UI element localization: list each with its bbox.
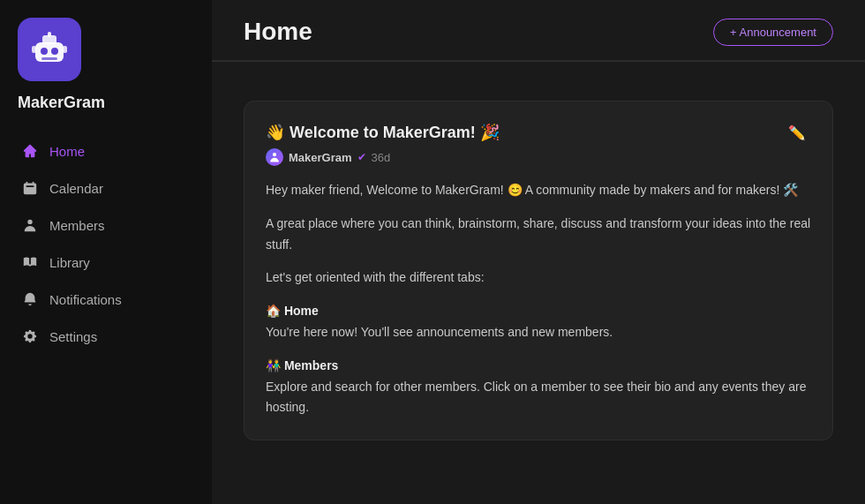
post-paragraph-2: A great place where you can think, brain… (266, 214, 811, 256)
header-divider (212, 61, 865, 62)
announcement-button[interactable]: + Announcement (713, 19, 833, 46)
post-meta: MakerGram ✔ 36d (266, 148, 811, 166)
post-time: 36d (372, 151, 391, 164)
members-section-heading: Members (284, 358, 338, 372)
sidebar-item-notifications[interactable]: Notifications (9, 282, 203, 317)
post-title: 👋 Welcome to MakerGram! 🎉 (266, 123, 500, 142)
library-icon (21, 253, 39, 271)
verified-badge: ✔ (357, 151, 366, 163)
welcome-post-card: 👋 Welcome to MakerGram! 🎉 ✏️ MakerGram ✔… (244, 101, 833, 440)
svg-rect-6 (32, 46, 36, 53)
home-section-heading: Home (284, 304, 319, 318)
main-scroll-area: 👋 Welcome to MakerGram! 🎉 ✏️ MakerGram ✔… (212, 79, 865, 504)
edit-icon[interactable]: ✏️ (783, 123, 811, 143)
sidebar-item-notifications-label: Notifications (49, 292, 122, 307)
members-section-text: Explore and search for other members. Cl… (266, 380, 806, 415)
brand-name: MakerGram (18, 94, 105, 112)
sidebar-item-library[interactable]: Library (9, 244, 203, 280)
sidebar-item-calendar-label: Calendar (49, 181, 103, 196)
app-logo (18, 18, 81, 81)
sidebar-logo-area: MakerGram (0, 18, 212, 133)
members-section-icon: 👫 (266, 358, 281, 372)
home-section-icon: 🏠 (266, 304, 281, 318)
notifications-icon (21, 290, 39, 308)
sidebar-item-settings-label: Settings (49, 329, 97, 344)
members-icon (21, 216, 39, 234)
sidebar-item-calendar[interactable]: Calendar (9, 170, 203, 206)
sidebar-item-home[interactable]: Home (9, 133, 203, 169)
post-author: MakerGram (289, 151, 352, 164)
calendar-icon (21, 179, 39, 197)
svg-rect-4 (41, 57, 57, 60)
post-header: 👋 Welcome to MakerGram! 🎉 ✏️ (266, 123, 811, 143)
home-icon (21, 142, 39, 160)
author-avatar (266, 148, 283, 166)
svg-point-2 (41, 48, 48, 55)
svg-rect-7 (63, 46, 67, 53)
sidebar-item-settings[interactable]: Settings (9, 319, 203, 354)
sidebar-item-library-label: Library (49, 255, 90, 270)
home-section-text: You're here now! You'll see announcement… (266, 325, 613, 339)
post-section-members: 👫 Members Explore and search for other m… (266, 356, 811, 418)
settings-icon (21, 327, 39, 345)
post-body: Hey maker friend, Welcome to MakerGram! … (266, 180, 811, 418)
sidebar-nav: Home Calendar Members (0, 133, 212, 354)
sidebar-item-members-label: Members (49, 218, 105, 233)
post-paragraph-3: Let's get oriented with the different ta… (266, 267, 811, 289)
post-paragraph-1: Hey maker friend, Welcome to MakerGram! … (266, 180, 811, 201)
sidebar: MakerGram Home Calendar (0, 0, 212, 504)
post-section-home: 🏠 Home You're here now! You'll see annou… (266, 301, 811, 343)
page-title: Home (244, 18, 312, 46)
sidebar-item-members[interactable]: Members (9, 207, 203, 243)
sidebar-item-home-label: Home (49, 144, 85, 159)
svg-point-3 (51, 48, 58, 55)
main-content-area: Home + Announcement 👋 Welcome to MakerGr… (212, 0, 865, 504)
svg-rect-5 (48, 32, 51, 37)
main-header: Home + Announcement (212, 0, 865, 61)
